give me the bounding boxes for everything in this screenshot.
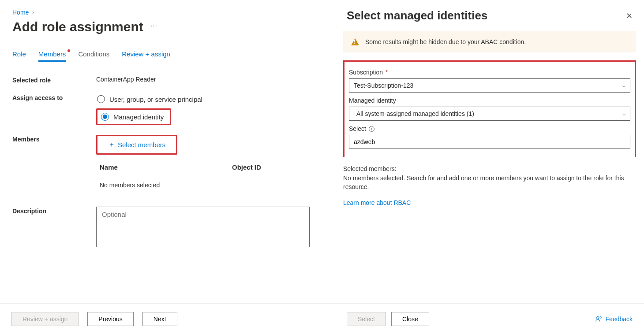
chevron-down-icon: ⌵	[622, 82, 625, 89]
selected-members-description: No members selected. Search for and add …	[343, 174, 636, 191]
tab-conditions[interactable]: Conditions	[78, 50, 109, 62]
assign-access-label: Assign access to	[12, 93, 96, 101]
description-input[interactable]	[96, 207, 310, 247]
select-members-button[interactable]: ＋ Select members	[101, 137, 172, 152]
chevron-down-icon: ⌵	[622, 111, 625, 117]
panel-close-button[interactable]: Close	[391, 312, 429, 326]
breadcrumb: Home ›	[12, 9, 310, 16]
select-search-input[interactable]	[349, 135, 630, 149]
review-assign-button[interactable]: Review + assign	[11, 312, 79, 326]
next-button[interactable]: Next	[142, 312, 177, 326]
managed-identity-label: Managed identity	[349, 97, 630, 104]
selected-role-label: Selected role	[12, 76, 96, 84]
plus-icon: ＋	[108, 140, 115, 149]
radio-managed-identity[interactable]: Managed identity	[101, 111, 166, 122]
radio-user-group[interactable]: User, group, or service principal	[96, 93, 310, 105]
tab-role[interactable]: Role	[12, 50, 26, 62]
svg-point-5	[596, 316, 599, 319]
column-object-id: Object ID	[232, 163, 261, 171]
panel-title: Select managed identities	[347, 9, 487, 22]
column-name: Name	[100, 163, 232, 171]
page-title: Add role assignment	[12, 19, 143, 34]
description-label: Description	[12, 207, 96, 215]
learn-more-link[interactable]: Learn more about RBAC	[343, 199, 411, 206]
subscription-dropdown[interactable]: Test-Subscription-123 ⌵	[349, 78, 630, 93]
warning-banner: Some results might be hidden due to your…	[343, 31, 636, 52]
panel-select-button[interactable]: Select	[347, 312, 386, 326]
previous-button[interactable]: Previous	[87, 312, 133, 326]
notification-dot-icon	[67, 49, 70, 52]
warning-icon	[351, 38, 359, 45]
subscription-label: Subscription*	[349, 69, 630, 76]
members-label: Members	[12, 135, 96, 143]
selected-role-value: ContainerApp Reader	[96, 76, 310, 83]
breadcrumb-home[interactable]: Home	[12, 9, 29, 16]
radio-unchecked-icon	[97, 95, 105, 103]
tab-review[interactable]: Review + assign	[122, 50, 170, 62]
select-label: Select i	[349, 125, 630, 132]
more-icon[interactable]: ···	[150, 22, 157, 32]
info-icon[interactable]: i	[369, 126, 374, 132]
tabs: Role Members Conditions Review + assign	[12, 50, 310, 62]
feedback-link[interactable]: Feedback	[595, 315, 633, 323]
tab-members[interactable]: Members	[38, 50, 66, 62]
chevron-right-icon: ›	[32, 9, 34, 15]
radio-checked-icon	[101, 113, 109, 121]
members-empty-row: No members selected	[96, 176, 310, 194]
selected-members-label: Selected members:	[343, 165, 636, 172]
managed-identity-dropdown[interactable]: All system-assigned managed identities (…	[349, 107, 630, 121]
side-panel: Select managed identities ✕ Some results…	[335, 0, 644, 334]
close-icon[interactable]: ✕	[626, 11, 633, 21]
feedback-icon	[595, 315, 603, 323]
